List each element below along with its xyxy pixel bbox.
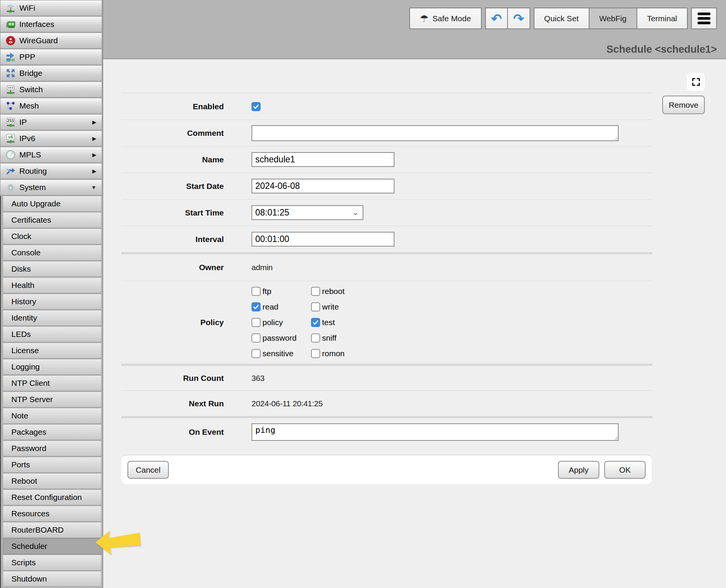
sidebar-item-clock[interactable]: Clock — [3, 228, 102, 244]
start-time-select[interactable]: 08:01:25 ⌄ — [251, 205, 363, 220]
schedule-form: Enabled Comment Name — [121, 93, 652, 446]
sidebar-item-ipv6[interactable]: v6IPv6▶ — [0, 130, 102, 146]
sidebar-item-mpls[interactable]: MPLS▶ — [0, 147, 102, 163]
sidebar-item-reset-configuration[interactable]: Reset Configuration — [3, 489, 102, 505]
policy-checkbox-sensitive[interactable] — [251, 349, 261, 358]
ip-icon: 255 — [5, 116, 16, 128]
sidebar-item-history[interactable]: History — [3, 294, 102, 310]
highlight-arrow — [95, 527, 141, 558]
policy-option-read[interactable]: read — [251, 299, 311, 315]
policy-option-write[interactable]: write — [311, 299, 345, 315]
sidebar-item-license[interactable]: License — [3, 343, 102, 358]
interval-input[interactable] — [251, 232, 394, 247]
policy-checkbox-write[interactable] — [311, 302, 320, 311]
sidebar-item-scripts[interactable]: Scripts — [3, 555, 102, 571]
menu-button[interactable] — [691, 8, 717, 29]
sidebar-item-ports[interactable]: Ports — [3, 457, 102, 473]
sidebar-item-wireguard[interactable]: WireGuard — [0, 33, 102, 49]
tab-quick-set[interactable]: Quick Set — [534, 8, 589, 29]
undo-button[interactable]: ↶ — [485, 8, 508, 29]
next-run-value: 2024-06-11 20:41:25 — [251, 399, 323, 408]
form-row-enabled: Enabled — [121, 93, 652, 119]
policy-checkbox-password[interactable] — [251, 333, 261, 343]
sidebar-item-identity[interactable]: Identity — [3, 310, 102, 326]
sidebar-item-disks[interactable]: Disks — [3, 261, 102, 277]
sidebar-item-shutdown[interactable]: Shutdown — [3, 571, 102, 587]
sidebar-top: WiFiInterfacesWireGuardPPPBridgeSwitchMe… — [0, 0, 102, 195]
sidebar-item-scheduler[interactable]: Scheduler — [3, 538, 102, 554]
sidebar-item-mesh[interactable]: Mesh — [0, 98, 102, 114]
sidebar-item-certificates[interactable]: Certificates — [3, 212, 102, 228]
sidebar-system-submenu: Auto UpgradeCertificatesClockConsoleDisk… — [0, 196, 102, 588]
redo-button[interactable]: ↷ — [508, 8, 530, 29]
enabled-label: Enabled — [121, 102, 224, 111]
safe-mode-button[interactable]: ☂ Safe Mode — [409, 8, 482, 29]
policy-checkbox-read[interactable] — [251, 302, 261, 311]
enabled-checkbox[interactable] — [251, 102, 261, 111]
policy-checkbox-romon[interactable] — [311, 349, 320, 358]
policy-option-policy[interactable]: policy — [251, 315, 311, 330]
owner-value: admin — [251, 263, 273, 272]
sidebar-item-ppp[interactable]: PPP — [0, 49, 102, 65]
bridge-icon — [5, 68, 16, 79]
start-date-input[interactable] — [251, 179, 394, 193]
wifi-icon — [5, 2, 16, 14]
sidebar-item-console[interactable]: Console — [3, 245, 102, 261]
policy-checkbox-reboot[interactable] — [311, 287, 320, 296]
sidebar-item-system[interactable]: System▼ — [0, 179, 102, 195]
policy-option-test[interactable]: test — [311, 315, 345, 330]
webfig-app: ☂ Safe Mode ↶ ↷ Quick Set WebFig — [0, 0, 726, 588]
sidebar-item-password[interactable]: Password — [3, 440, 102, 456]
comment-input[interactable] — [251, 125, 619, 141]
policy-option-ftp[interactable]: ftp — [251, 284, 311, 299]
sidebar-item-ip[interactable]: 255IP▶ — [0, 114, 102, 130]
ok-button[interactable]: OK — [604, 461, 646, 479]
sidebar-item-routing[interactable]: Routing▶ — [0, 163, 102, 179]
sidebar-item-auto-upgrade[interactable]: Auto Upgrade — [3, 196, 102, 212]
fullscreen-button[interactable] — [687, 73, 705, 91]
sidebar-item-note[interactable]: Note — [3, 408, 102, 424]
policy-option-password[interactable]: password — [251, 330, 311, 346]
cancel-button[interactable]: Cancel — [127, 461, 169, 479]
tab-terminal[interactable]: Terminal — [637, 8, 688, 29]
policy-option-reboot[interactable]: reboot — [311, 284, 345, 299]
sidebar-item-packages[interactable]: Packages — [3, 424, 102, 440]
sidebar-item-resources[interactable]: Resources — [3, 506, 102, 522]
remove-button[interactable]: Remove — [662, 96, 705, 114]
policy-checkbox-test[interactable] — [311, 318, 320, 327]
sidebar-item-reboot[interactable]: Reboot — [3, 473, 102, 489]
chevron-collapsed-icon: ▶ — [92, 135, 96, 141]
sidebar-item-switch[interactable]: Switch — [0, 82, 102, 97]
sidebar-item-logging[interactable]: Logging — [3, 359, 102, 375]
policy-option-sensitive[interactable]: sensitive — [251, 346, 311, 362]
start-date-label: Start Date — [121, 182, 224, 191]
svg-text:255: 255 — [7, 118, 14, 123]
form-row-on-event: On Event ping — [121, 416, 652, 446]
safe-mode-label: Safe Mode — [432, 14, 471, 23]
sidebar-item-interfaces[interactable]: Interfaces — [0, 16, 102, 32]
interval-label: Interval — [121, 235, 224, 244]
sidebar-item-wifi[interactable]: WiFi — [0, 0, 102, 16]
policy-column-2: rebootwritetestsniffromon — [311, 284, 345, 362]
policy-checkbox-sniff[interactable] — [311, 333, 320, 343]
tab-webfig[interactable]: WebFig — [589, 8, 637, 29]
apply-button[interactable]: Apply — [558, 461, 599, 479]
sidebar-item-leds[interactable]: LEDs — [3, 326, 102, 342]
policy-option-romon[interactable]: romon — [311, 346, 345, 362]
on-event-input[interactable]: ping — [251, 423, 619, 441]
undo-icon: ↶ — [490, 12, 504, 25]
sidebar-item-bridge[interactable]: Bridge — [0, 65, 102, 81]
ipv6-icon: v6 — [5, 133, 16, 144]
policy-option-sniff[interactable]: sniff — [311, 330, 345, 346]
form-row-policy: Policy ftpreadpolicypasswordsensitivereb… — [121, 281, 652, 364]
sidebar-item-routerboard[interactable]: RouterBOARD — [3, 522, 102, 538]
sidebar-item-label: IP — [19, 118, 27, 127]
sidebar-item-ntp-client[interactable]: NTP Client — [3, 375, 102, 391]
sidebar-item-ntp-server[interactable]: NTP Server — [3, 391, 102, 407]
name-input[interactable] — [251, 152, 394, 167]
sidebar-item-label: Mesh — [19, 101, 39, 110]
policy-checkbox-policy[interactable] — [251, 318, 261, 327]
policy-checkbox-ftp[interactable] — [251, 287, 261, 296]
sidebar-item-health[interactable]: Health — [3, 277, 102, 293]
sidebar-item-label: MPLS — [19, 150, 41, 159]
